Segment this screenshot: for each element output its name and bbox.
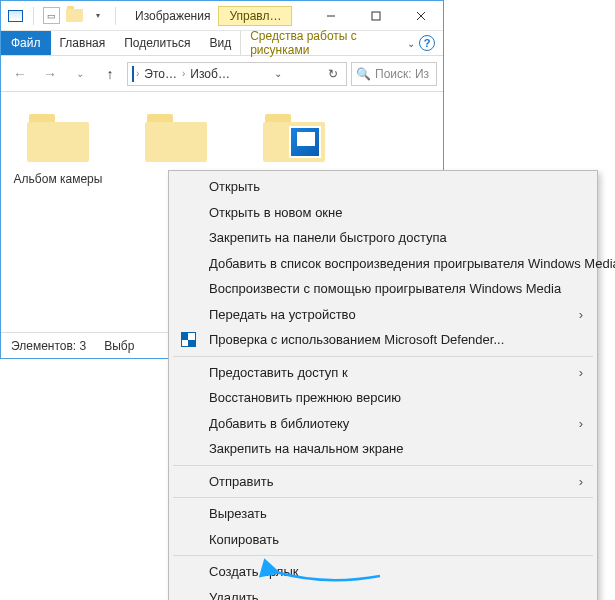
menu-play-wmp[interactable]: Воспроизвести с помощью проигрывателя Wi…	[169, 276, 597, 302]
submenu-arrow-icon: ›	[579, 474, 583, 489]
qat-folder-icon[interactable]	[66, 7, 83, 24]
chevron-right-icon[interactable]: ›	[136, 68, 139, 79]
ribbon-expand-icon[interactable]: ⌄	[407, 38, 415, 49]
menu-separator	[173, 497, 593, 498]
menu-create-shortcut[interactable]: Создать ярлык	[169, 559, 597, 585]
breadcrumb-root-icon	[132, 67, 134, 81]
qat-customize-icon[interactable]: ▾	[89, 7, 106, 24]
menu-open[interactable]: Открыть	[169, 174, 597, 200]
status-item-count: Элементов: 3	[11, 339, 86, 353]
submenu-arrow-icon: ›	[579, 365, 583, 380]
menu-add-wmp-list[interactable]: Добавить в список воспроизведения проигр…	[169, 251, 597, 277]
breadcrumb-current[interactable]: Изоб…	[187, 67, 233, 81]
menu-defender-scan[interactable]: Проверка с использованием Microsoft Defe…	[169, 327, 597, 353]
folder-item-screenshots[interactable]	[249, 110, 339, 172]
minimize-button[interactable]	[308, 1, 353, 30]
folder-icon	[259, 110, 329, 166]
nav-back-button[interactable]: ←	[7, 61, 33, 87]
ribbon-tabs: Файл Главная Поделиться Вид Средства раб…	[1, 31, 443, 56]
tab-home[interactable]: Главная	[51, 31, 116, 55]
search-input[interactable]: 🔍 Поиск: Из	[351, 62, 437, 86]
folder-label: Альбом камеры	[14, 172, 103, 186]
nav-up-button[interactable]: ↑	[97, 61, 123, 87]
refresh-icon[interactable]: ↻	[324, 67, 342, 81]
folder-icon	[23, 110, 93, 166]
nav-forward-button: →	[37, 61, 63, 87]
qat-properties-icon[interactable]: ▭	[43, 7, 60, 24]
menu-pin-start[interactable]: Закрепить на начальном экране	[169, 436, 597, 462]
tab-share[interactable]: Поделиться	[115, 31, 200, 55]
menu-separator	[173, 356, 593, 357]
menu-cut[interactable]: Вырезать	[169, 501, 597, 527]
help-icon[interactable]: ?	[419, 35, 435, 51]
defender-shield-icon	[179, 331, 197, 349]
menu-open-new-window[interactable]: Открыть в новом окне	[169, 200, 597, 226]
nav-recent-dropdown[interactable]: ⌄	[67, 61, 93, 87]
status-selection: Выбр	[104, 339, 134, 353]
app-icon	[7, 7, 24, 24]
close-button[interactable]	[398, 1, 443, 30]
menu-separator	[173, 555, 593, 556]
svg-rect-1	[372, 12, 380, 20]
titlebar: ▭ ▾ Изображения Управл…	[1, 1, 443, 31]
tab-picture-tools[interactable]: Средства работы с рисунками	[241, 31, 399, 55]
menu-delete[interactable]: Удалить	[169, 585, 597, 601]
search-placeholder: Поиск: Из	[375, 67, 429, 81]
tab-view[interactable]: Вид	[200, 31, 241, 55]
navigation-bar: ← → ⌄ ↑ › Это… › Изоб… ⌄ ↻ 🔍 Поиск: Из	[1, 56, 443, 92]
submenu-arrow-icon: ›	[579, 307, 583, 322]
context-menu: Открыть Открыть в новом окне Закрепить н…	[168, 170, 598, 600]
maximize-button[interactable]	[353, 1, 398, 30]
menu-pin-quick-access[interactable]: Закрепить на панели быстрого доступа	[169, 225, 597, 251]
manage-contextual-tab[interactable]: Управл…	[218, 6, 292, 26]
submenu-arrow-icon: ›	[579, 416, 583, 431]
chevron-right-icon[interactable]: ›	[182, 68, 185, 79]
search-icon: 🔍	[356, 67, 371, 81]
tab-file[interactable]: Файл	[1, 31, 51, 55]
menu-add-library[interactable]: Добавить в библиотеку›	[169, 411, 597, 437]
folder-icon	[141, 110, 211, 166]
menu-cast-device[interactable]: Передать на устройство›	[169, 302, 597, 328]
menu-send-to[interactable]: Отправить›	[169, 469, 597, 495]
folder-item-camera-roll[interactable]: Альбом камеры	[13, 110, 103, 186]
window-title: Изображения	[125, 9, 210, 23]
menu-copy[interactable]: Копировать	[169, 527, 597, 553]
breadcrumb-root[interactable]: Это…	[141, 67, 180, 81]
menu-give-access[interactable]: Предоставить доступ к›	[169, 360, 597, 386]
address-bar[interactable]: › Это… › Изоб… ⌄ ↻	[127, 62, 347, 86]
menu-separator	[173, 465, 593, 466]
address-dropdown-icon[interactable]: ⌄	[270, 68, 286, 79]
menu-restore-previous[interactable]: Восстановить прежнюю версию	[169, 385, 597, 411]
